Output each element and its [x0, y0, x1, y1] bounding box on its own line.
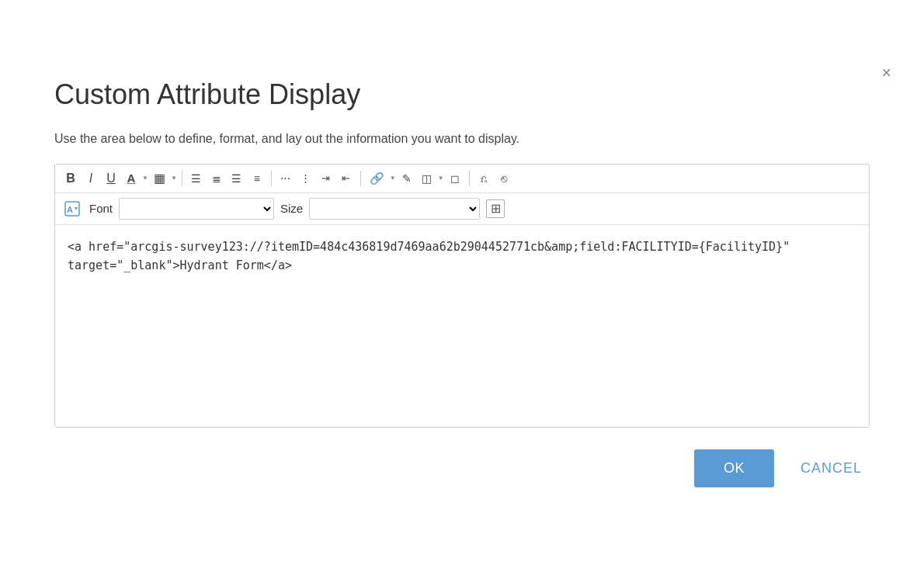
redo-button[interactable]: ⎋	[495, 169, 513, 188]
font-color-dropdown[interactable]: A ▼	[122, 169, 148, 188]
toolbar-separator-3	[360, 171, 361, 186]
cancel-button[interactable]: CANCEL	[793, 449, 870, 487]
italic-button[interactable]: I	[82, 169, 100, 188]
svg-text:A: A	[67, 205, 73, 214]
align-left-button[interactable]: ☰	[187, 169, 206, 188]
align-right-button[interactable]: ☰	[228, 169, 246, 188]
indent-in-button[interactable]: ⇥	[317, 169, 335, 188]
highlight-button[interactable]: ▦	[150, 169, 169, 188]
highlight-arrow[interactable]: ▼	[171, 175, 177, 182]
dialog-title: Custom Attribute Display	[54, 78, 870, 111]
insert-button[interactable]: ✎	[398, 169, 416, 188]
underline-button[interactable]: U	[102, 169, 120, 188]
font-color-arrow[interactable]: ▼	[142, 175, 148, 182]
close-icon: ×	[881, 63, 891, 82]
eraser-button[interactable]: ◻	[446, 169, 464, 188]
align-center-button[interactable]: ≣	[207, 169, 226, 188]
toolbar-separator-2	[271, 171, 272, 186]
close-button[interactable]: ×	[878, 61, 894, 85]
toolbar: B I U A ▼ ▦ ▼ ☰ ≣ ☰ ≡ ⋯ ⋮ ⇥ ⇤	[55, 165, 869, 193]
undo-button[interactable]: ⎌	[474, 169, 493, 188]
plus-icon: ⊞	[491, 201, 501, 216]
font-select[interactable]	[119, 198, 274, 220]
toolbar-separator-1	[182, 171, 182, 186]
size-label: Size	[280, 202, 303, 215]
editor-container: B I U A ▼ ▦ ▼ ☰ ≣ ☰ ≡ ⋯ ⋮ ⇥ ⇤	[54, 164, 870, 428]
toolbar-separator-4	[469, 171, 470, 186]
dialog-description: Use the area below to define, format, an…	[54, 130, 870, 148]
bold-button[interactable]: B	[61, 169, 80, 188]
font-size-row: A Font Size ⊞	[55, 193, 869, 225]
dialog-footer: OK CANCEL	[54, 449, 870, 487]
link-arrow[interactable]: ▼	[390, 175, 396, 182]
table-dropdown[interactable]: ◫ ▼	[418, 169, 444, 188]
editor-content[interactable]: <a href="arcgis-survey123://?itemID=484c…	[55, 225, 869, 427]
table-arrow[interactable]: ▼	[438, 175, 444, 182]
custom-attribute-dialog: × Custom Attribute Display Use the area …	[16, 47, 908, 518]
size-select[interactable]	[309, 198, 480, 220]
font-label: Font	[89, 202, 113, 215]
font-color-button[interactable]: A	[122, 169, 141, 188]
ordered-list-button[interactable]: ⋯	[276, 169, 295, 188]
align-justify-button[interactable]: ≡	[248, 169, 266, 188]
font-row-icon: A	[61, 198, 83, 220]
ok-button[interactable]: OK	[694, 449, 774, 487]
unordered-list-button[interactable]: ⋮	[297, 169, 315, 188]
table-button[interactable]: ◫	[418, 169, 436, 188]
svg-marker-2	[75, 207, 78, 210]
link-dropdown[interactable]: 🔗 ▼	[366, 169, 396, 188]
link-button[interactable]: 🔗	[366, 169, 388, 188]
highlight-dropdown[interactable]: ▦ ▼	[150, 169, 177, 188]
size-plus-button[interactable]: ⊞	[486, 199, 505, 218]
indent-out-button[interactable]: ⇤	[337, 169, 356, 188]
